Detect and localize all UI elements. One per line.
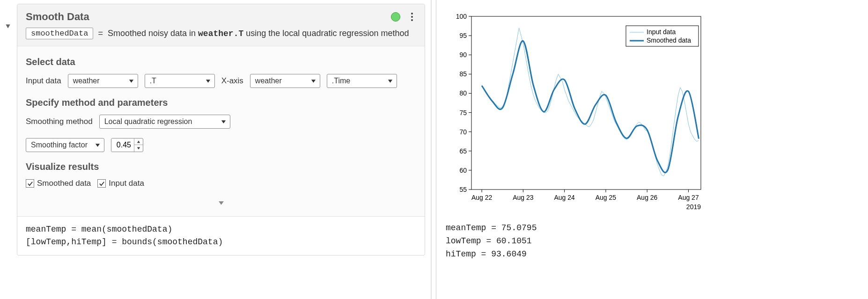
collapse-column [0,4,16,255]
panel-title: Smooth Data [26,11,89,23]
input-data-checkbox[interactable]: Input data [97,179,144,188]
method-label: Smoothing method [26,117,93,126]
svg-text:100: 100 [456,13,467,20]
card-header: Smooth Data smoothedData = Smoothed no [17,4,425,46]
svg-marker-2 [206,80,210,82]
svg-text:70: 70 [459,128,467,136]
xaxis-label: X-axis [221,76,243,86]
factor-value-stepper[interactable] [111,138,143,152]
collapse-icon[interactable] [5,23,11,31]
svg-marker-7 [137,140,140,143]
desc-text-pre: Smoothed noisy data in [108,29,198,38]
panel-description: smoothedData = Smoothed noisy data in we… [26,28,416,39]
svg-text:60: 60 [459,167,467,174]
input-data-checkbox-label: Input data [109,179,144,188]
select-data-heading: Select data [26,57,416,67]
svg-marker-9 [219,201,224,205]
svg-marker-1 [129,80,133,82]
svg-text:Aug 27: Aug 27 [678,194,699,201]
svg-text:Aug 25: Aug 25 [596,194,617,201]
pane-separator[interactable] [431,0,436,299]
output-line: meanTemp = 75.0795 [446,222,859,235]
method-select[interactable]: Local quadratic regression [99,115,230,129]
more-options-button[interactable] [408,13,416,21]
svg-marker-6 [96,144,100,146]
svg-marker-4 [388,80,392,82]
svg-text:Aug 24: Aug 24 [554,194,575,201]
desc-text-post: using the local quadratic regression met… [243,29,409,38]
svg-text:Smoothed data: Smoothed data [647,36,691,44]
code-line: meanTemp = mean(smoothedData) [26,223,416,236]
svg-text:95: 95 [459,32,467,39]
factor-value-input[interactable] [111,139,134,152]
code-line: [lowTemp,hiTemp] = bounds(smoothedData) [26,236,416,248]
svg-text:Aug 23: Aug 23 [513,194,534,201]
checkbox-checked-icon [97,179,106,188]
output-line: lowTemp = 60.1051 [446,235,859,248]
xaxis-table-select[interactable]: weather [250,74,320,88]
svg-marker-8 [137,147,140,150]
svg-text:65: 65 [459,147,467,155]
svg-text:Aug 22: Aug 22 [471,194,493,201]
svg-text:85: 85 [459,70,467,78]
output-line: hiTemp = 93.6049 [446,248,859,261]
chevron-down-icon [221,119,226,124]
chevron-down-icon [95,143,100,148]
app-root: Smooth Data smoothedData = Smoothed no [0,0,868,299]
smoothed-data-checkbox[interactable]: Smoothed data [26,179,91,188]
chart: 556065707580859095100Aug 22Aug 23Aug 24A… [446,9,708,217]
status-success-icon [391,12,400,22]
output-variable-box[interactable]: smoothedData [26,28,93,39]
code-block[interactable]: meanTemp = mean(smoothedData) [lowTemp,h… [17,216,425,255]
input-table-select[interactable]: weather [68,74,138,88]
chart-svg: 556065707580859095100Aug 22Aug 23Aug 24A… [446,9,708,215]
chevron-down-icon [206,79,211,84]
left-pane: Smooth Data smoothedData = Smoothed no [0,0,431,299]
svg-marker-5 [221,120,226,123]
chevron-down-icon [388,79,393,84]
xaxis-var-select[interactable]: .Time [327,74,397,88]
step-up-button[interactable] [134,139,143,145]
svg-text:90: 90 [459,51,467,58]
input-var-select[interactable]: .T [145,74,215,88]
svg-text:Aug 26: Aug 26 [637,194,658,201]
svg-text:75: 75 [459,109,467,117]
method-heading: Specify method and parameters [26,97,416,108]
checkbox-checked-icon [26,179,34,188]
smoothed-data-label: Smoothed data [37,179,91,188]
svg-marker-3 [311,80,316,82]
svg-marker-0 [6,24,10,28]
factor-type-select[interactable]: Smoothing factor [26,138,104,152]
output-block: meanTemp = 75.0795 lowTemp = 60.1051 hiT… [446,222,859,261]
svg-text:55: 55 [459,186,467,193]
right-pane: 556065707580859095100Aug 22Aug 23Aug 24A… [436,0,868,299]
card-body: Select data Input data weather .T [17,46,425,216]
svg-text:80: 80 [459,89,467,97]
svg-text:2019: 2019 [686,203,701,211]
visualize-heading: Visualize results [26,161,416,172]
smooth-data-card: Smooth Data smoothedData = Smoothed no [17,4,425,255]
chevron-down-icon [311,79,316,84]
expand-more-button[interactable] [26,197,416,211]
input-data-label: Input data [26,76,61,86]
chevron-down-icon [129,79,134,84]
step-down-button[interactable] [134,145,143,152]
desc-code: weather.T [198,29,243,38]
svg-text:Input data: Input data [647,28,676,36]
